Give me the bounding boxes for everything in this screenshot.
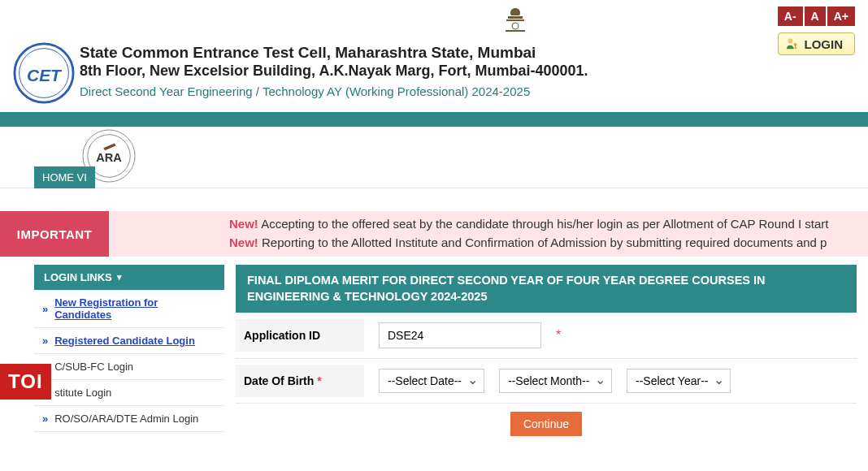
svg-text:ARA: ARA xyxy=(96,150,122,163)
required-mark: * xyxy=(556,328,561,343)
sidebar-link[interactable]: stitute Login xyxy=(54,387,111,399)
font-size-controls: A- A A+ xyxy=(778,6,855,26)
login-label: LOGIN xyxy=(805,37,844,51)
application-id-row: Application ID * xyxy=(236,313,857,359)
caret-down-icon: ▼ xyxy=(115,273,124,282)
login-links-sidebar: LOGIN LINKS ▼ »New Registration for Cand… xyxy=(34,265,224,444)
sidebar-link[interactable]: RO/SO/ARA/DTE Admin Login xyxy=(54,413,198,425)
dob-year-select[interactable]: --Select Year-- xyxy=(627,369,731,393)
panel-title: FINAL DIPLOMA MERIT FOR DIRECT SECOND YE… xyxy=(236,265,857,313)
svg-point-6 xyxy=(512,23,519,29)
sidebar-item-admin-login[interactable]: »RO/SO/ARA/DTE Admin Login xyxy=(34,406,224,432)
notice-line-2: Reporting to the Allotted Institute and … xyxy=(262,236,827,249)
svg-point-0 xyxy=(788,39,792,44)
sidebar-link[interactable]: New Registration for Candidates xyxy=(54,296,216,321)
important-notices-bar: IMPORTANT New! Accepting to the offered … xyxy=(0,211,868,257)
top-teal-band xyxy=(0,112,868,127)
notice-line-1: Accepting to the offered seat by the can… xyxy=(261,217,828,231)
required-mark: * xyxy=(317,374,321,387)
national-emblem xyxy=(176,6,855,39)
header-brand-row: CET State Common Entrance Test Cell, Mah… xyxy=(13,42,855,107)
svg-rect-3 xyxy=(794,48,796,49)
organization-address: 8th Floor, New Excelsior Building, A.K.N… xyxy=(80,63,855,80)
main-content-row: LOGIN LINKS ▼ »New Registration for Cand… xyxy=(0,257,868,444)
dob-month-select[interactable]: --Select Month-- xyxy=(499,369,612,393)
sidebar-item-institute-login[interactable]: »stitute Login xyxy=(34,380,224,406)
application-id-label: Application ID xyxy=(236,319,364,352)
application-id-input[interactable] xyxy=(379,322,541,348)
spacer xyxy=(0,188,868,211)
dob-date-select[interactable]: --Select Date-- xyxy=(379,369,484,393)
dob-label: Date Of Birth * xyxy=(236,365,364,397)
svg-rect-5 xyxy=(506,19,524,21)
font-decrease-button[interactable]: A- xyxy=(778,6,803,26)
svg-rect-4 xyxy=(508,16,523,19)
sidebar-header[interactable]: LOGIN LINKS ▼ xyxy=(34,265,224,290)
sidebar-list: »New Registration for Candidates »Regist… xyxy=(34,290,224,432)
new-badge: New! xyxy=(229,236,258,249)
new-badge: New! xyxy=(229,217,258,231)
cet-logo: CET xyxy=(13,42,75,107)
chevron-right-icon: » xyxy=(42,335,48,347)
font-normal-button[interactable]: A xyxy=(805,6,826,26)
svg-rect-2 xyxy=(794,45,795,50)
sidebar-item-registered-login[interactable]: »Registered Candidate Login xyxy=(34,328,224,354)
person-key-icon xyxy=(785,37,800,51)
sidebar-item-fc-login[interactable]: »C/SUB-FC Login xyxy=(34,354,224,380)
submit-row: Continue xyxy=(236,404,857,444)
chevron-right-icon: » xyxy=(42,303,48,315)
svg-text:CET: CET xyxy=(27,66,63,84)
font-increase-button[interactable]: A+ xyxy=(827,6,855,26)
page-subtitle: Direct Second Year Engineering / Technol… xyxy=(80,84,855,98)
continue-button[interactable]: Continue xyxy=(510,412,582,436)
organization-name: State Common Entrance Test Cell, Maharas… xyxy=(80,44,855,62)
login-button[interactable]: LOGIN xyxy=(778,32,856,55)
merit-form-panel: FINAL DIPLOMA MERIT FOR DIRECT SECOND YE… xyxy=(236,265,857,444)
dob-row: Date Of Birth * --Select Date-- --Select… xyxy=(236,359,857,404)
sidebar-header-label: LOGIN LINKS xyxy=(44,271,112,283)
page-header: A- A A+ LOGIN CET State Common Entrance … xyxy=(0,0,868,110)
sidebar-link[interactable]: Registered Candidate Login xyxy=(54,335,195,347)
ara-logo-row: ARA HOME VI xyxy=(0,127,868,188)
sidebar-item-new-registration[interactable]: »New Registration for Candidates xyxy=(34,290,224,328)
chevron-right-icon: » xyxy=(42,413,48,425)
important-label: IMPORTANT xyxy=(0,211,109,257)
notices-marquee: New! Accepting to the offered seat by th… xyxy=(109,211,868,257)
toi-watermark: TOI xyxy=(0,364,51,400)
home-tab[interactable]: HOME VI xyxy=(34,166,95,188)
sidebar-link[interactable]: C/SUB-FC Login xyxy=(54,361,133,373)
svg-rect-7 xyxy=(506,30,525,32)
